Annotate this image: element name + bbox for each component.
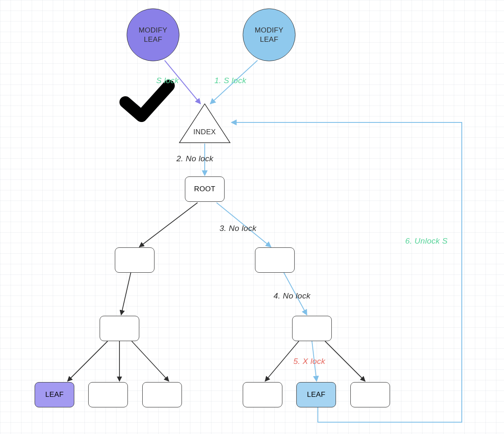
label-unlock-s-6: 6. Unlock S bbox=[405, 236, 447, 246]
leaf-node-3 bbox=[142, 382, 182, 407]
index-node-label: INDEX bbox=[193, 128, 216, 136]
modify-leaf-blue-node: MODIFY LEAF bbox=[243, 8, 295, 61]
leaf-node-4 bbox=[243, 382, 282, 407]
label-no-lock-3: 3. No lock bbox=[219, 224, 256, 233]
label-s-lock-right: 1. S lock bbox=[214, 76, 247, 85]
modify-leaf-purple-node: MODIFY LEAF bbox=[127, 8, 179, 61]
edge-left-lower-to-leaf1 bbox=[68, 341, 108, 381]
diagram-connectors bbox=[0, 0, 504, 434]
label-no-lock-2: 2. No lock bbox=[176, 154, 213, 163]
label-x-lock-5: 5. X lock bbox=[293, 357, 325, 366]
internal-node-right-lower bbox=[292, 316, 332, 341]
label-no-lock-4: 4. No lock bbox=[274, 291, 310, 301]
leaf-node-2 bbox=[88, 382, 128, 407]
root-node: ROOT bbox=[185, 176, 225, 202]
leaf-node-6 bbox=[350, 382, 390, 407]
leaf-blue-node: LEAF bbox=[296, 382, 336, 407]
index-node bbox=[179, 104, 230, 143]
edge-root-to-left-internal bbox=[139, 203, 198, 247]
edge-left-lower-to-leaf3 bbox=[132, 341, 169, 381]
internal-node-left-lower bbox=[100, 316, 139, 341]
label-s-lock-left: S lock bbox=[156, 76, 179, 85]
checkmark-icon bbox=[125, 86, 169, 116]
internal-node-left bbox=[115, 247, 154, 273]
edge-left-internal-down bbox=[121, 272, 131, 315]
internal-node-right bbox=[255, 247, 295, 273]
leaf-purple-node: LEAF bbox=[35, 382, 74, 407]
edge-right-lower-to-leaf6 bbox=[325, 341, 365, 381]
